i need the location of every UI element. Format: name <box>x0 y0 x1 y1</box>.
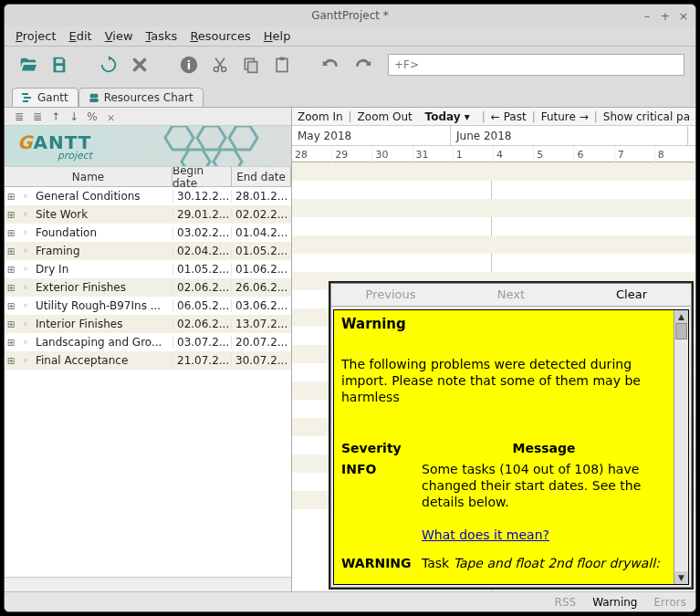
expand-icon[interactable]: ⊞ <box>5 356 17 366</box>
col-end[interactable]: End date <box>232 167 291 186</box>
svg-marker-17 <box>182 150 210 167</box>
hex-decor <box>154 126 291 167</box>
task-begin: 30.12.2... <box>172 190 232 203</box>
gantt-controls: Zoom In | Zoom Out Today ▾ | ← Past | Fu… <box>292 108 695 126</box>
refresh-icon[interactable] <box>96 52 121 78</box>
table-row[interactable]: ⊞◦Landscaping and Gro...03.07.2...20.07.… <box>5 333 291 351</box>
cut-icon[interactable] <box>207 52 233 78</box>
month-label: June 2018 <box>451 126 688 145</box>
save-icon[interactable] <box>47 52 72 78</box>
tab-resources-label: Resources Chart <box>104 91 193 104</box>
maximize-button[interactable]: + <box>659 9 672 23</box>
expand-icon[interactable]: ⊞ <box>5 210 17 220</box>
zoom-out-button[interactable]: Zoom Out <box>358 110 413 123</box>
task-end: 01.06.2... <box>232 263 291 276</box>
zoom-in-button[interactable]: Zoom In <box>298 110 343 123</box>
table-row[interactable]: ⊞◦Foundation03.02.2...01.04.2... <box>5 224 291 242</box>
expand-icon[interactable]: ⊞ <box>5 228 17 238</box>
task-begin: 01.05.2... <box>172 263 232 276</box>
task-end: 26.06.2... <box>232 281 291 294</box>
task-bullet-icon: ◦ <box>17 281 34 294</box>
future-button[interactable]: Future → <box>541 110 589 123</box>
menu-help[interactable]: Help <box>258 27 297 45</box>
message-cell: Task Tape and float 2nd floor drywall: <box>422 555 666 582</box>
critical-path-button[interactable]: Show critical pa <box>603 110 690 123</box>
prev-button[interactable]: Previous <box>330 283 451 306</box>
menu-edit[interactable]: Edit <box>64 27 98 45</box>
copy-icon[interactable] <box>238 52 264 78</box>
expand-icon[interactable]: ⊞ <box>5 283 17 293</box>
expand-icon[interactable]: ⊞ <box>5 319 17 329</box>
task-begin: 03.02.2... <box>172 226 232 239</box>
table-row[interactable]: ⊞◦Exterior Finishes02.06.2...26.06.2... <box>5 278 291 297</box>
toolbar: i <box>5 47 695 83</box>
past-button[interactable]: ← Past <box>491 110 527 123</box>
close-button[interactable]: × <box>677 9 690 23</box>
today-button[interactable]: Today ▾ <box>425 110 470 123</box>
expand-icon[interactable]: ⊞ <box>5 301 17 311</box>
task-rows: ⊞◦General Conditions30.12.2...28.01.2...… <box>5 187 291 577</box>
menu-project[interactable]: Project <box>10 27 62 45</box>
next-button[interactable]: Next <box>451 283 571 306</box>
table-row[interactable]: ⊞◦Final Acceptance21.07.2...30.07.2... <box>5 351 291 370</box>
redo-icon[interactable] <box>350 52 375 78</box>
unlink-icon[interactable]: ⨉ <box>103 110 118 124</box>
move-down-icon[interactable]: ↓ <box>67 110 81 124</box>
svg-rect-6 <box>277 58 287 71</box>
task-name: Site Work <box>34 208 172 221</box>
paste-icon[interactable] <box>269 52 295 78</box>
open-icon[interactable] <box>16 52 41 78</box>
minimize-button[interactable]: – <box>641 9 653 23</box>
info-icon[interactable]: i <box>176 52 202 78</box>
svg-rect-10 <box>23 100 28 102</box>
scroll-thumb[interactable] <box>675 323 687 339</box>
day-label: 30 <box>372 146 413 162</box>
task-bullet-icon: ◦ <box>17 245 34 257</box>
status-warning[interactable]: Warning <box>592 596 637 609</box>
task-name: Framing <box>34 245 172 257</box>
col-begin[interactable]: Begin date <box>172 167 232 186</box>
gantt-row <box>292 162 695 181</box>
delete-icon[interactable] <box>127 52 152 78</box>
menu-resources[interactable]: Resources <box>184 27 256 45</box>
severity-cell: INFO <box>341 461 422 555</box>
day-label: 7 <box>615 146 655 162</box>
undo-icon[interactable] <box>319 52 344 78</box>
task-name: Landscaping and Gro... <box>34 336 172 349</box>
status-errors[interactable]: Errors <box>653 596 686 609</box>
expand-icon[interactable]: ⊞ <box>5 192 17 202</box>
search-input[interactable] <box>388 54 684 76</box>
status-rss[interactable]: RSS <box>555 596 577 609</box>
table-row[interactable]: ⊞◦Interior Finishes02.06.2...13.07.2... <box>5 315 291 333</box>
expand-icon[interactable]: ⊞ <box>5 338 17 348</box>
menubar: Project Edit View Tasks Resources Help <box>5 26 695 47</box>
scroll-down-icon[interactable]: ▼ <box>674 571 688 584</box>
indent-icon[interactable]: ≣ <box>30 110 45 124</box>
table-row[interactable]: ⊞◦Framing02.04.2...01.05.2... <box>5 242 291 260</box>
tab-resources[interactable]: Resources Chart <box>78 88 204 107</box>
expand-icon[interactable]: ⊞ <box>5 265 17 275</box>
table-row[interactable]: ⊞◦Dry In01.05.2...01.06.2... <box>5 260 291 278</box>
clear-button[interactable]: Clear <box>571 283 692 306</box>
table-row[interactable]: ⊞◦Utility Rough-B97Ins ...06.05.2...03.0… <box>5 297 291 315</box>
table-row[interactable]: ⊞◦General Conditions30.12.2...28.01.2... <box>5 187 291 205</box>
day-label: 29 <box>332 146 372 162</box>
what-does-it-mean-link[interactable]: What does it mean? <box>422 527 549 542</box>
app-window: GanttProject * – + × Project Edit View T… <box>4 4 696 612</box>
table-row[interactable]: ⊞◦Site Work29.01.2...02.02.2... <box>5 205 291 224</box>
day-label: 28 <box>292 146 332 162</box>
col-name[interactable]: Name <box>5 167 172 186</box>
outdent-icon[interactable]: ≣ <box>12 110 26 124</box>
task-name: General Conditions <box>34 190 172 203</box>
menu-tasks[interactable]: Tasks <box>141 27 183 45</box>
link-icon[interactable]: % <box>85 110 99 124</box>
svg-marker-15 <box>197 126 225 150</box>
svg-marker-14 <box>165 126 193 150</box>
left-hscroll[interactable] <box>5 577 291 591</box>
menu-view[interactable]: View <box>99 27 139 45</box>
expand-icon[interactable]: ⊞ <box>5 246 17 256</box>
scroll-up-icon[interactable]: ▲ <box>674 310 688 323</box>
move-up-icon[interactable]: ↑ <box>48 110 63 124</box>
warning-scrollbar[interactable]: ▲ ▼ <box>674 310 688 584</box>
tab-gantt[interactable]: Gantt <box>12 88 78 107</box>
